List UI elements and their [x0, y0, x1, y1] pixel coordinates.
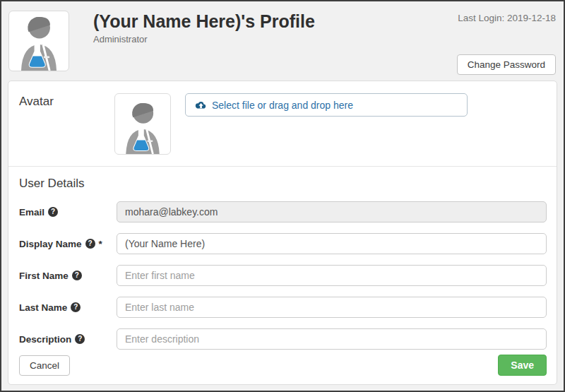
change-password-button[interactable]: Change Password [457, 54, 556, 75]
form-row-email: Email ? [19, 201, 547, 222]
user-role: Administrator [93, 34, 315, 44]
help-icon[interactable]: ? [75, 334, 85, 344]
profile-page: { "header": { "title": "(Your Name Here)… [0, 0, 565, 392]
email-label: Email ? [19, 207, 117, 218]
panel-footer: Cancel Save [19, 355, 547, 376]
save-button[interactable]: Save [498, 355, 547, 376]
cancel-button[interactable]: Cancel [19, 355, 70, 376]
help-icon[interactable]: ? [72, 271, 82, 280]
cloud-upload-icon [194, 100, 206, 110]
last-login: Last Login: 2019-12-18 [458, 13, 556, 23]
scientist-avatar-icon [117, 97, 168, 154]
avatar [8, 11, 69, 71]
display-name-field[interactable] [117, 233, 547, 254]
email-field[interactable] [117, 201, 547, 222]
form-row-description: Description ? [19, 328, 547, 350]
first-name-field[interactable] [117, 265, 547, 286]
avatar-file-dropzone[interactable]: Select file or drag and drop here [185, 93, 468, 117]
first-name-label: First Name ? [19, 271, 117, 281]
last-name-field[interactable] [117, 297, 547, 318]
user-details-section: User Details Email ? Display Name ? * Fi… [8, 167, 557, 350]
scientist-avatar-icon [12, 11, 66, 71]
description-label-text: Description [19, 334, 71, 345]
description-field[interactable] [117, 328, 547, 350]
last-name-label-text: Last Name [19, 302, 67, 313]
first-name-label-text: First Name [19, 271, 69, 281]
display-name-label: Display Name ? * [19, 239, 117, 249]
help-icon[interactable]: ? [85, 239, 95, 249]
header-text: (Your Name Here)'s Profile Administrator [93, 11, 315, 44]
display-name-label-text: Display Name [19, 239, 82, 249]
help-icon[interactable]: ? [71, 302, 81, 312]
form-row-display-name: Display Name ? * [19, 233, 547, 254]
avatar-section: Avatar Select file or drag and drop here [8, 81, 557, 155]
email-label-text: Email [19, 207, 44, 218]
form-row-last-name: Last Name ? [19, 297, 547, 318]
header-right: Last Login: 2019-12-18 [458, 13, 556, 23]
profile-panel: Avatar Select file or drag and drop here… [8, 81, 557, 385]
required-marker: * [99, 239, 102, 249]
help-icon[interactable]: ? [48, 207, 58, 217]
avatar-section-label: Avatar [19, 93, 114, 155]
avatar-preview [114, 93, 171, 155]
dropzone-label: Select file or drag and drop here [212, 100, 353, 111]
form-row-first-name: First Name ? [19, 265, 547, 286]
page-title: (Your Name Here)'s Profile [93, 11, 315, 32]
last-name-label: Last Name ? [19, 302, 117, 313]
page-header: (Your Name Here)'s Profile Administrator… [1, 1, 564, 71]
user-details-heading: User Details [19, 177, 547, 191]
description-label: Description ? [19, 334, 117, 345]
